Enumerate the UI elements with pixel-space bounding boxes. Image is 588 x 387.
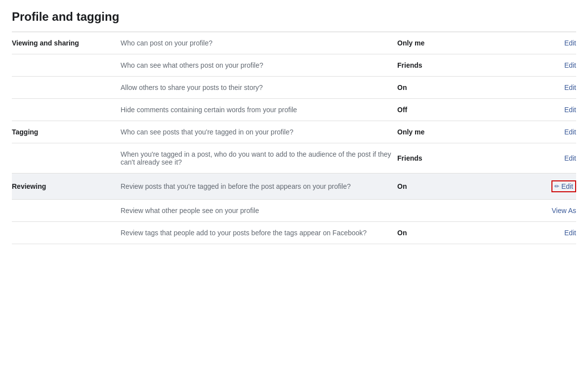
section-label-empty (12, 143, 121, 173)
setting-action-cell: Edit (496, 77, 576, 99)
table-row: Allow others to share your posts to thei… (12, 77, 576, 99)
pencil-icon: ✏ (554, 183, 559, 190)
setting-value: Friends (397, 143, 496, 173)
table-row: Who can see what others post on your pro… (12, 54, 576, 77)
setting-action-cell: Edit (496, 32, 576, 54)
settings-table: Viewing and sharingWho can post on your … (12, 32, 576, 244)
section-label-empty (12, 99, 121, 121)
setting-value: Friends (397, 54, 496, 77)
edit-link[interactable]: Edit (564, 229, 576, 237)
section-label-viewing-sharing: Viewing and sharing (12, 32, 121, 54)
section-label-reviewing: Reviewing (12, 173, 121, 200)
edit-link[interactable]: Edit (564, 154, 576, 162)
setting-question: Who can see posts that you're tagged in … (121, 121, 397, 143)
edit-link-highlighted[interactable]: ✏Edit (551, 180, 576, 192)
setting-action-cell: View As (496, 200, 576, 222)
edit-link[interactable]: Edit (564, 128, 576, 136)
table-row: Review what other people see on your pro… (12, 200, 576, 222)
section-label-empty (12, 200, 121, 222)
setting-value: Off (397, 99, 496, 121)
setting-action-cell: Edit (496, 54, 576, 77)
setting-value: On (397, 77, 496, 99)
setting-action-cell: Edit (496, 121, 576, 143)
setting-question: Who can post on your profile? (121, 32, 397, 54)
page-title: Profile and tagging (12, 10, 576, 32)
edit-link[interactable]: View As (551, 207, 576, 215)
setting-value: On (397, 173, 496, 200)
setting-question: Who can see what others post on your pro… (121, 54, 397, 77)
edit-link[interactable]: Edit (564, 106, 576, 114)
setting-action-cell: ✏Edit (496, 173, 576, 200)
edit-link[interactable]: Edit (564, 39, 576, 47)
setting-action-cell: Edit (496, 99, 576, 121)
edit-link-text: Edit (561, 182, 573, 190)
setting-value (397, 200, 496, 222)
table-row: ReviewingReview posts that you're tagged… (12, 173, 576, 200)
table-row: When you're tagged in a post, who do you… (12, 143, 576, 173)
section-label-empty (12, 222, 121, 244)
setting-question: Hide comments containing certain words f… (121, 99, 397, 121)
setting-action-cell: Edit (496, 222, 576, 244)
table-row: Review tags that people add to your post… (12, 222, 576, 244)
setting-question: Review tags that people add to your post… (121, 222, 397, 244)
setting-question: Allow others to share your posts to thei… (121, 77, 397, 99)
setting-question: Review what other people see on your pro… (121, 200, 397, 222)
table-row: Viewing and sharingWho can post on your … (12, 32, 576, 54)
setting-question: Review posts that you're tagged in befor… (121, 173, 397, 200)
setting-action-cell: Edit (496, 143, 576, 173)
setting-value: Only me (397, 121, 496, 143)
table-row: TaggingWho can see posts that you're tag… (12, 121, 576, 143)
section-label-tagging: Tagging (12, 121, 121, 143)
setting-value: On (397, 222, 496, 244)
section-label-empty (12, 77, 121, 99)
setting-question: When you're tagged in a post, who do you… (121, 143, 397, 173)
edit-link[interactable]: Edit (564, 61, 576, 69)
edit-link[interactable]: Edit (564, 84, 576, 91)
table-row: Hide comments containing certain words f… (12, 99, 576, 121)
setting-value: Only me (397, 32, 496, 54)
section-label-empty (12, 54, 121, 77)
